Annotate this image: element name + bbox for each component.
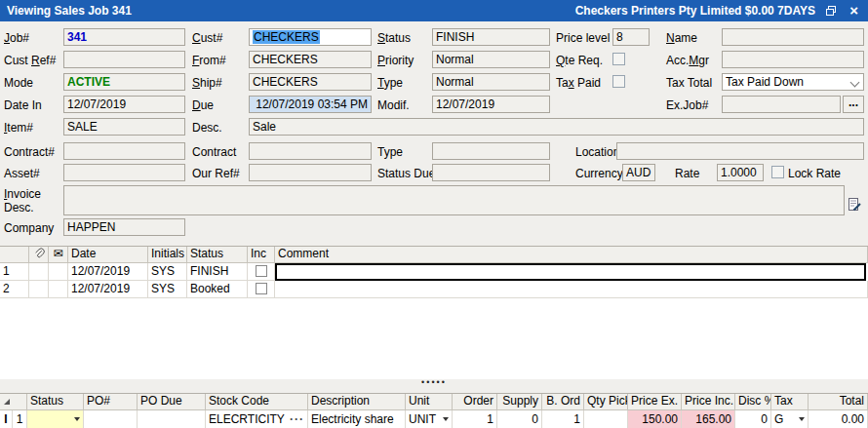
date-cell[interactable]: 12/07/2019: [68, 281, 148, 298]
po-cell[interactable]: [84, 410, 138, 428]
asset-label: Asset#: [4, 167, 40, 180]
priority-field[interactable]: Normal: [432, 51, 550, 68]
ex-job-field[interactable]: [722, 96, 841, 113]
disc-cell[interactable]: 0: [735, 410, 771, 428]
col-header-po-due: PO Due: [138, 394, 206, 410]
currency-field[interactable]: AUD: [622, 164, 655, 181]
dropdown-arrow-icon[interactable]: [443, 417, 449, 421]
dropdown-arrow-icon[interactable]: [799, 417, 805, 421]
supply-cell[interactable]: 0: [497, 410, 542, 428]
row-edit-indicator: I: [0, 410, 13, 428]
status-field[interactable]: FINISH: [432, 28, 550, 46]
description-cell[interactable]: Electricity share: [308, 410, 406, 428]
initials-cell[interactable]: SYS: [148, 281, 187, 298]
rate-field[interactable]: 1.0000: [717, 164, 764, 181]
stock-code-value: ELECRTICITY: [209, 412, 285, 426]
status-cell[interactable]: FINISH: [187, 263, 248, 281]
date-in-label: Date In: [4, 98, 42, 112]
dropdown-arrow-icon[interactable]: [74, 417, 80, 421]
col-header-disc: Disc %: [735, 394, 771, 410]
our-ref-field[interactable]: [249, 164, 372, 181]
date-in-field[interactable]: 12/07/2019: [63, 96, 185, 113]
close-icon[interactable]: ×: [849, 2, 858, 19]
qty-pick-cell[interactable]: [584, 410, 628, 428]
ship-field[interactable]: CHECKERS: [249, 73, 372, 91]
ex-job-browse-button[interactable]: ...: [843, 96, 864, 113]
acc-mgr-field[interactable]: [722, 51, 864, 68]
attachment-cell[interactable]: [29, 263, 49, 281]
rate-label: Rate: [675, 167, 699, 180]
invoice-notes-icon[interactable]: [847, 197, 864, 214]
company-field[interactable]: HAPPEN: [63, 218, 185, 236]
col-header-total: Total: [809, 394, 868, 410]
tax-dropdown[interactable]: G: [771, 410, 809, 428]
item-field[interactable]: SALE: [63, 118, 185, 136]
grid-corner-icon: [4, 399, 10, 405]
b-ord-cell[interactable]: 1: [542, 410, 584, 428]
email-cell[interactable]: [49, 281, 68, 298]
row-number-cell[interactable]: 1: [0, 263, 29, 281]
inc-checkbox-cell[interactable]: [248, 263, 275, 281]
item-label: Item#: [4, 121, 33, 135]
due-label: Due: [192, 98, 214, 112]
initials-cell[interactable]: SYS: [148, 263, 187, 281]
status-cell[interactable]: Booked: [187, 281, 248, 298]
from-field[interactable]: CHECKERS: [249, 51, 372, 68]
email-cell[interactable]: [49, 263, 68, 281]
price-level-field[interactable]: 8: [612, 28, 650, 46]
contract-no-label: Contract#: [4, 145, 55, 159]
col-header-supply: Supply: [497, 394, 542, 410]
comment-cell[interactable]: [275, 281, 868, 298]
po-due-cell[interactable]: [138, 410, 206, 428]
status-column-header: Status: [187, 247, 248, 263]
name-field[interactable]: [722, 28, 864, 46]
contract-field[interactable]: [249, 142, 372, 160]
tax-paid-checkbox[interactable]: [612, 75, 625, 88]
stock-code-ellipsis[interactable]: ···: [290, 411, 304, 427]
line-status-dropdown[interactable]: [27, 410, 84, 428]
lock-rate-checkbox[interactable]: [771, 166, 784, 178]
due-field[interactable]: 12/07/2019 03:54 PM: [249, 96, 372, 113]
row-number-cell[interactable]: 2: [0, 281, 29, 298]
date-cell[interactable]: 12/07/2019: [68, 263, 148, 281]
cust-selected-text: CHECKERS: [253, 30, 320, 44]
inc-checkbox-cell[interactable]: [248, 281, 275, 298]
ship-label: Ship#: [192, 76, 222, 90]
asset-field[interactable]: [63, 164, 185, 181]
col-header-b-ord: B. Ord: [542, 394, 584, 410]
tax-total-dropdown[interactable]: Tax Paid Down: [722, 73, 864, 91]
unit-dropdown[interactable]: UNIT: [406, 410, 453, 428]
lock-rate-label: Lock Rate: [788, 167, 841, 180]
title-bar-company-info: Checkers Printers Pty Limited $0.00 7DAY…: [575, 4, 815, 18]
job-field[interactable]: 341: [63, 28, 185, 46]
type-field[interactable]: Normal: [432, 73, 550, 91]
type-label: Type: [377, 76, 403, 90]
chevron-down-icon[interactable]: [850, 78, 860, 88]
inc-checkbox[interactable]: [256, 265, 267, 277]
cust-field[interactable]: CHECKERS: [249, 28, 372, 46]
comment-cell-focused[interactable]: [275, 263, 866, 281]
inc-checkbox[interactable]: [256, 283, 267, 294]
invoice-desc-field[interactable]: [63, 185, 845, 215]
price-inc-cell[interactable]: 165.00: [682, 410, 735, 428]
attachment-cell[interactable]: [29, 281, 49, 298]
splitter-handle[interactable]: •••••: [0, 378, 868, 393]
mode-field[interactable]: ACTIVE: [63, 73, 185, 91]
row-number-cell[interactable]: 1: [13, 410, 27, 428]
stock-code-cell[interactable]: ···ELECRTICITY: [206, 410, 308, 428]
contract-no-field[interactable]: [63, 142, 185, 160]
total-cell[interactable]: 0.00: [809, 410, 868, 428]
order-cell[interactable]: 1: [453, 410, 497, 428]
type2-label: Type: [377, 145, 403, 159]
cust-ref-field[interactable]: [63, 51, 185, 68]
sales-job-window: Viewing Sales Job 341 Checkers Printers …: [0, 0, 868, 428]
location-field[interactable]: [616, 142, 864, 160]
qte-req-checkbox[interactable]: [612, 53, 625, 65]
status-due-field[interactable]: [432, 164, 550, 181]
modif-field[interactable]: 12/07/2019: [432, 96, 550, 113]
restore-icon[interactable]: [825, 5, 837, 17]
price-ex-cell[interactable]: 150.00: [628, 410, 682, 428]
desc-field[interactable]: Sale: [249, 118, 864, 136]
type2-field[interactable]: [432, 142, 550, 160]
invoice-desc-label: Invoice Desc.: [4, 187, 57, 214]
